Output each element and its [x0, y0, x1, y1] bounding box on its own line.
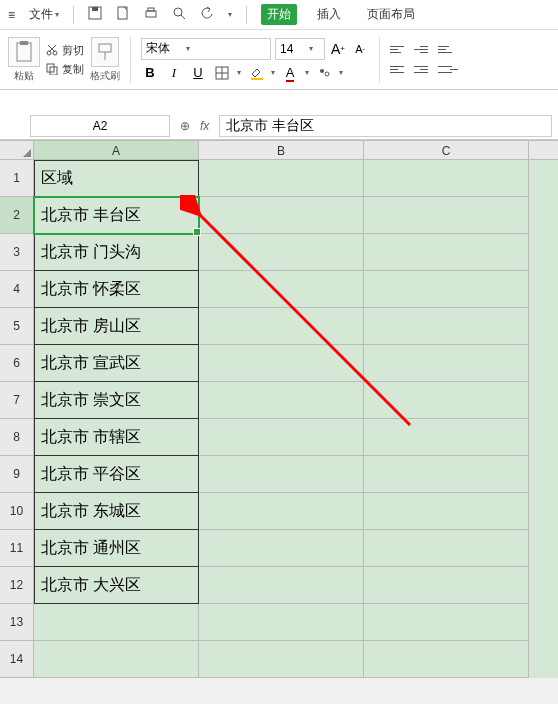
row-header[interactable]: 10 [0, 493, 34, 530]
file-menu[interactable]: 文件▾ [29, 6, 59, 23]
cell[interactable] [199, 530, 364, 567]
tab-page-layout[interactable]: 页面布局 [361, 4, 421, 25]
expand-icon[interactable]: ⊕ [180, 119, 190, 133]
cell[interactable] [199, 604, 364, 641]
cell[interactable]: 北京市 房山区 [34, 308, 199, 345]
cell[interactable] [199, 641, 364, 678]
col-header-B[interactable]: B [199, 141, 364, 159]
cell[interactable] [34, 641, 199, 678]
cell[interactable] [364, 493, 529, 530]
row-header[interactable]: 6 [0, 345, 34, 382]
undo-dropdown[interactable]: ▾ [228, 10, 232, 19]
cell[interactable] [364, 345, 529, 382]
row-header[interactable]: 2 [0, 197, 34, 234]
svg-rect-7 [17, 43, 31, 61]
col-header-A[interactable]: A [34, 141, 199, 159]
cut-button[interactable]: 剪切 [46, 43, 84, 58]
tab-insert[interactable]: 插入 [311, 4, 347, 25]
cell[interactable] [199, 567, 364, 604]
cell[interactable]: 北京市 崇文区 [34, 382, 199, 419]
row-header[interactable]: 7 [0, 382, 34, 419]
cell[interactable] [199, 308, 364, 345]
align-bottom-icon[interactable] [438, 42, 458, 58]
fx-icon[interactable]: fx [200, 119, 209, 133]
cell[interactable] [199, 160, 364, 197]
row-header[interactable]: 5 [0, 308, 34, 345]
cell[interactable] [364, 456, 529, 493]
cell[interactable] [199, 234, 364, 271]
row-header[interactable]: 1 [0, 160, 34, 197]
save-icon[interactable] [88, 6, 102, 23]
paste-button[interactable] [8, 37, 40, 67]
cell[interactable] [364, 160, 529, 197]
row-header[interactable]: 8 [0, 419, 34, 456]
cell[interactable]: 北京市 丰台区 [34, 197, 199, 234]
fill-color-button[interactable] [247, 64, 265, 82]
row-header[interactable]: 14 [0, 641, 34, 678]
cell[interactable] [364, 604, 529, 641]
font-size-select[interactable]: 14▾ [275, 38, 325, 60]
align-right-icon[interactable] [438, 62, 458, 78]
border-button[interactable] [213, 64, 231, 82]
row-header[interactable]: 4 [0, 271, 34, 308]
cell[interactable] [364, 234, 529, 271]
cell[interactable] [199, 271, 364, 308]
cell[interactable]: 北京市 通州区 [34, 530, 199, 567]
copy-button[interactable]: 复制 [46, 62, 84, 77]
undo-icon[interactable] [200, 6, 214, 23]
cell[interactable] [199, 456, 364, 493]
cell[interactable] [199, 197, 364, 234]
menu-icon[interactable]: ≡ [8, 8, 15, 22]
cell[interactable] [199, 345, 364, 382]
cell[interactable]: 北京市 市辖区 [34, 419, 199, 456]
font-color-button[interactable]: A [281, 64, 299, 82]
underline-button[interactable]: U [189, 64, 207, 82]
cell[interactable]: 北京市 大兴区 [34, 567, 199, 604]
row-header[interactable]: 13 [0, 604, 34, 641]
bold-button[interactable]: B [141, 64, 159, 82]
cell[interactable] [364, 419, 529, 456]
format-painter[interactable]: 格式刷 [90, 37, 120, 83]
align-top-icon[interactable] [390, 42, 410, 58]
cell[interactable] [364, 271, 529, 308]
cell[interactable] [364, 197, 529, 234]
increase-font-icon[interactable]: A+ [329, 40, 347, 58]
align-middle-icon[interactable] [414, 42, 434, 58]
cell[interactable]: 区域 [34, 160, 199, 197]
cell[interactable] [364, 641, 529, 678]
print-icon[interactable] [144, 6, 158, 23]
cell[interactable]: 北京市 门头沟 [34, 234, 199, 271]
select-all-corner[interactable] [0, 141, 34, 159]
tab-start[interactable]: 开始 [261, 4, 297, 25]
svg-rect-3 [146, 11, 156, 17]
effects-button[interactable] [315, 64, 333, 82]
svg-rect-20 [251, 78, 263, 80]
name-box[interactable]: A2 [30, 115, 170, 137]
cell[interactable]: 北京市 宣武区 [34, 345, 199, 382]
formula-input[interactable]: 北京市 丰台区 [219, 115, 552, 137]
cell[interactable]: 北京市 平谷区 [34, 456, 199, 493]
font-name-select[interactable]: 宋体▾ [141, 38, 271, 60]
cell[interactable] [34, 604, 199, 641]
decrease-font-icon[interactable]: A- [351, 40, 369, 58]
new-icon[interactable] [116, 6, 130, 23]
preview-icon[interactable] [172, 6, 186, 23]
cell[interactable] [199, 382, 364, 419]
row-header[interactable]: 12 [0, 567, 34, 604]
col-header-C[interactable]: C [364, 141, 529, 159]
italic-button[interactable]: I [165, 64, 183, 82]
cell[interactable] [364, 567, 529, 604]
align-center-icon[interactable] [414, 62, 434, 78]
cell[interactable]: 北京市 怀柔区 [34, 271, 199, 308]
cell[interactable] [364, 530, 529, 567]
cell[interactable] [199, 419, 364, 456]
cell[interactable] [199, 493, 364, 530]
align-group [390, 42, 458, 78]
row-header[interactable]: 3 [0, 234, 34, 271]
row-header[interactable]: 9 [0, 456, 34, 493]
cell[interactable] [364, 308, 529, 345]
row-header[interactable]: 11 [0, 530, 34, 567]
cell[interactable] [364, 382, 529, 419]
cell[interactable]: 北京市 东城区 [34, 493, 199, 530]
align-left-icon[interactable] [390, 62, 410, 78]
